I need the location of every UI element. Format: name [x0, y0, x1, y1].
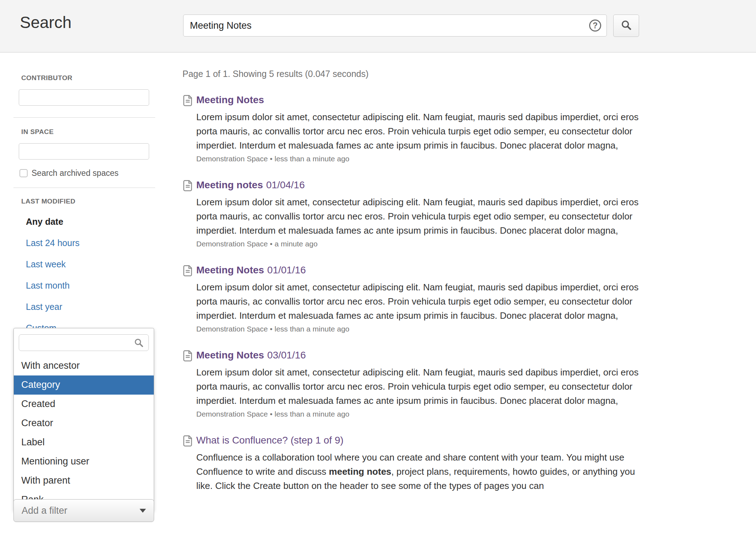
search-results: Page 1 of 1. Showing 5 results (0.047 se… — [182, 52, 647, 493]
result-excerpt: Lorem ipsum dolor sit amet, consectetur … — [196, 280, 643, 323]
result-meta: Demonstration Space • less than a minute… — [196, 410, 647, 419]
archived-spaces-row: Search archived spaces — [19, 168, 153, 178]
page-icon — [182, 265, 193, 278]
result-title-link[interactable]: Meeting Notes01/01/16 — [196, 264, 306, 276]
search-button[interactable] — [613, 15, 639, 37]
filter-option-with-parent[interactable]: With parent — [14, 471, 154, 490]
result-title-link[interactable]: Meeting notes01/04/16 — [196, 179, 305, 191]
in-space-label: IN SPACE — [19, 128, 153, 136]
result-title-link[interactable]: Meeting Notes — [196, 94, 264, 106]
result-title-link[interactable]: What is Confluence? (step 1 of 9) — [196, 435, 344, 446]
result-meta: Demonstration Space • less than a minute… — [196, 325, 647, 334]
page-header: Search ? — [0, 0, 756, 52]
add-a-filter-select[interactable]: Add a filter — [13, 499, 154, 522]
result-excerpt: Confluence is a collaboration tool where… — [196, 450, 643, 493]
filter-option-created[interactable]: Created — [14, 395, 154, 414]
last-modified-label: LAST MODIFIED — [19, 197, 153, 205]
filter-option-label[interactable]: Label — [14, 433, 154, 452]
result-excerpt: Lorem ipsum dolor sit amet, consectetur … — [196, 195, 643, 238]
filter-option-category[interactable]: Category — [14, 375, 154, 395]
last-modified-options: Any date Last 24 hours Last week Last mo… — [19, 217, 153, 333]
search-result-item: Meeting Notes01/01/16 Lorem ipsum dolor … — [182, 264, 647, 334]
search-result-item: Meeting notes01/04/16 Lorem ipsum dolor … — [182, 179, 647, 249]
add-a-filter-label: Add a filter — [22, 505, 140, 516]
search-result-item: Meeting Notes Lorem ipsum dolor sit amet… — [182, 94, 647, 164]
contributor-input[interactable] — [19, 89, 149, 106]
filter-option-mentioning-user[interactable]: Mentioning user — [14, 452, 154, 471]
filter-option-with-ancestor[interactable]: With ancestor — [14, 356, 154, 375]
contributor-label: CONTRIBUTOR — [19, 74, 153, 82]
divider — [13, 117, 155, 118]
search-result-item: Meeting Notes03/01/16 Lorem ipsum dolor … — [182, 350, 647, 419]
page-icon — [182, 95, 193, 108]
date-option-last-year[interactable]: Last year — [26, 302, 153, 312]
result-meta: Demonstration Space • a minute ago — [196, 240, 647, 249]
filter-option-creator[interactable]: Creator — [14, 414, 154, 433]
result-meta: Demonstration Space • less than a minute… — [196, 155, 647, 164]
results-summary: Page 1 of 1. Showing 5 results (0.047 se… — [182, 69, 647, 79]
divider — [13, 188, 155, 188]
search-result-item: What is Confluence? (step 1 of 9) Conflu… — [182, 435, 647, 493]
search-icon — [620, 19, 632, 33]
date-option-last-week[interactable]: Last week — [26, 259, 153, 269]
result-excerpt: Lorem ipsum dolor sit amet, consectetur … — [196, 110, 643, 152]
in-space-input[interactable] — [19, 143, 149, 160]
date-option-last-24-hours[interactable]: Last 24 hours — [26, 238, 153, 248]
filter-search-container — [19, 334, 149, 351]
result-excerpt: Lorem ipsum dolor sit amet, consectetur … — [196, 365, 643, 408]
chevron-down-icon — [140, 509, 146, 513]
search-archived-label: Search archived spaces — [32, 168, 118, 178]
search-icon — [133, 337, 145, 350]
help-icon[interactable]: ? — [589, 20, 601, 32]
search-field-container: ? — [183, 15, 607, 37]
search-input[interactable] — [183, 15, 607, 37]
page-icon — [182, 180, 193, 193]
filter-search-input[interactable] — [19, 334, 149, 351]
page-title: Search — [20, 13, 72, 32]
date-option-last-month[interactable]: Last month — [26, 280, 153, 290]
page-icon — [182, 350, 193, 363]
result-title-link[interactable]: Meeting Notes03/01/16 — [196, 350, 306, 361]
search-filters-sidebar: CONTRIBUTOR IN SPACE Search archived spa… — [19, 52, 153, 333]
search-archived-checkbox[interactable] — [19, 169, 28, 177]
add-filter-dropdown-panel: With ancestor Category Created Creator L… — [13, 328, 154, 511]
filter-options-list: With ancestor Category Created Creator L… — [14, 356, 154, 511]
page-icon — [182, 435, 193, 448]
date-option-any-date[interactable]: Any date — [26, 217, 153, 227]
